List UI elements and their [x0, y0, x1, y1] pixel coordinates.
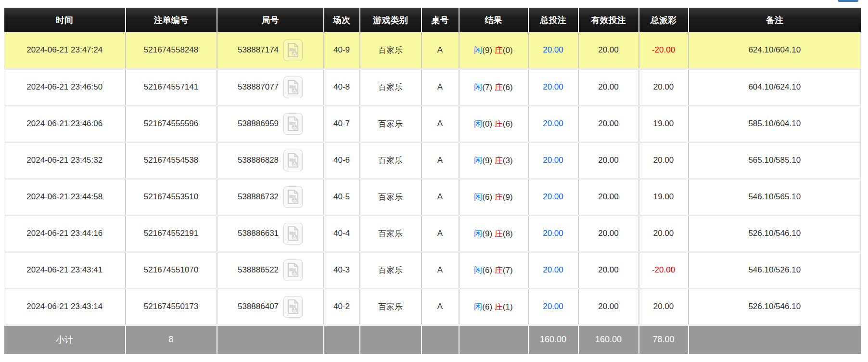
cell-session: 40-6 — [324, 142, 360, 179]
cell-result: 闲(9) 庄(8) — [459, 215, 528, 252]
video-replay-button[interactable] — [283, 39, 303, 61]
cell-time: 2024-06-21 23:46:06 — [4, 105, 126, 142]
cell-game-type: 百家乐 — [360, 142, 421, 179]
cell-result: 闲(6) 庄(9) — [459, 179, 528, 215]
cell-total-payout: 20.00 — [639, 142, 689, 179]
video-replay-icon — [287, 299, 299, 314]
partial-top-button[interactable] — [838, 0, 858, 2]
subtotal-label: 小计 — [4, 325, 126, 354]
cell-total-payout: 20.00 — [639, 215, 689, 252]
cell-round-id: 538886828 — [217, 142, 324, 179]
cell-total-bet: 20.00 — [528, 252, 578, 288]
cell-bet-id: 521674550173 — [126, 288, 217, 325]
cell-valid-bet: 20.00 — [578, 215, 639, 252]
cell-table-id: A — [421, 69, 459, 105]
result-banker-label: 庄 — [495, 193, 503, 202]
video-replay-button[interactable] — [283, 296, 303, 318]
result-player-label: 闲 — [474, 156, 482, 165]
result-player-label: 闲 — [474, 119, 482, 129]
result-banker-score: (6) — [503, 119, 513, 129]
cell-round-id: 538886631 — [217, 215, 324, 252]
cell-table-id: A — [421, 179, 459, 215]
cell-remark: 565.10/585.10 — [689, 142, 861, 179]
cell-round-id: 538887077 — [217, 69, 324, 105]
result-banker-score: (6) — [503, 83, 513, 92]
video-replay-icon — [287, 43, 299, 57]
cell-time: 2024-06-21 23:43:41 — [4, 252, 126, 288]
result-player-score: (6) — [482, 266, 492, 275]
cell-game-type: 百家乐 — [360, 252, 421, 288]
cell-game-type: 百家乐 — [360, 288, 421, 325]
result-player-label: 闲 — [474, 83, 482, 92]
video-replay-icon — [287, 190, 299, 204]
cell-session: 40-5 — [324, 179, 360, 215]
round-id-text: 538886828 — [238, 155, 279, 165]
cell-result: 闲(6) 庄(7) — [459, 252, 528, 288]
cell-bet-id: 521674552191 — [126, 215, 217, 252]
cell-session: 40-4 — [324, 215, 360, 252]
cell-total-payout: 20.00 — [639, 288, 689, 325]
cell-game-type: 百家乐 — [360, 179, 421, 215]
cell-remark: 546.10/565.10 — [689, 179, 861, 215]
result-player-score: (6) — [482, 193, 492, 202]
header-remark: 备注 — [689, 8, 861, 32]
video-replay-icon — [287, 80, 299, 94]
cell-round-id: 538886407 — [217, 288, 324, 325]
result-banker-label: 庄 — [495, 266, 503, 275]
cell-session: 40-3 — [324, 252, 360, 288]
video-replay-button[interactable] — [283, 77, 303, 98]
table-row: 2024-06-21 23:44:58 521674553510 5388867… — [4, 179, 861, 215]
result-player-label: 闲 — [474, 266, 482, 275]
round-id-text: 538886732 — [238, 192, 279, 202]
cell-table-id: A — [421, 32, 459, 69]
table-row: 2024-06-21 23:44:16 521674552191 5388866… — [4, 215, 861, 252]
video-replay-button[interactable] — [283, 113, 303, 135]
result-player-label: 闲 — [474, 302, 482, 311]
result-banker-score: (8) — [503, 229, 513, 238]
cell-bet-id: 521674553510 — [126, 179, 217, 215]
cell-result: 闲(6) 庄(1) — [459, 288, 528, 325]
subtotal-row: 小计 8 160.00 160.00 78.00 — [4, 325, 861, 354]
result-banker-label: 庄 — [495, 46, 503, 55]
result-player-score: (9) — [482, 156, 492, 165]
table-row: 2024-06-21 23:43:41 521674551070 5388865… — [4, 252, 861, 288]
header-bet-id: 注单编号 — [126, 8, 217, 32]
subtotal-total-payout: 78.00 — [639, 325, 689, 354]
video-replay-button[interactable] — [283, 150, 303, 171]
cell-total-payout: 19.00 — [639, 179, 689, 215]
cell-table-id: A — [421, 142, 459, 179]
cell-total-payout: 19.00 — [639, 105, 689, 142]
cell-time: 2024-06-21 23:44:16 — [4, 215, 126, 252]
cell-time: 2024-06-21 23:45:32 — [4, 142, 126, 179]
cell-session: 40-2 — [324, 288, 360, 325]
result-player-score: (6) — [482, 302, 492, 311]
video-replay-icon — [287, 153, 299, 168]
betting-records-table: 时间 注单编号 局号 场次 游戏类别 桌号 结果 总投注 有效投注 总派彩 备注… — [4, 8, 861, 354]
subtotal-total-bet: 160.00 — [528, 325, 578, 354]
video-replay-icon — [287, 263, 299, 277]
result-banker-score: (7) — [503, 266, 513, 275]
cell-remark: 624.10/604.10 — [689, 32, 861, 69]
cell-bet-id: 521674558248 — [126, 32, 217, 69]
cell-game-type: 百家乐 — [360, 32, 421, 69]
subtotal-valid-bet: 160.00 — [578, 325, 639, 354]
header-time: 时间 — [4, 8, 126, 32]
header-session: 场次 — [324, 8, 360, 32]
video-replay-button[interactable] — [283, 259, 303, 281]
result-banker-score: (3) — [503, 156, 513, 165]
video-replay-button[interactable] — [283, 223, 303, 245]
video-replay-button[interactable] — [283, 186, 303, 208]
table-row: 2024-06-21 23:45:32 521674554538 5388868… — [4, 142, 861, 179]
cell-total-bet: 20.00 — [528, 215, 578, 252]
cell-valid-bet: 20.00 — [578, 69, 639, 105]
table-row: 2024-06-21 23:46:50 521674557141 5388870… — [4, 69, 861, 105]
result-banker-label: 庄 — [495, 83, 503, 92]
cell-total-payout: -20.00 — [639, 252, 689, 288]
cell-round-id: 538886522 — [217, 252, 324, 288]
result-player-label: 闲 — [474, 46, 482, 55]
cell-valid-bet: 20.00 — [578, 105, 639, 142]
cell-result: 闲(7) 庄(6) — [459, 69, 528, 105]
video-replay-icon — [287, 226, 299, 241]
header-result: 结果 — [459, 8, 528, 32]
cell-total-payout: 20.00 — [639, 69, 689, 105]
